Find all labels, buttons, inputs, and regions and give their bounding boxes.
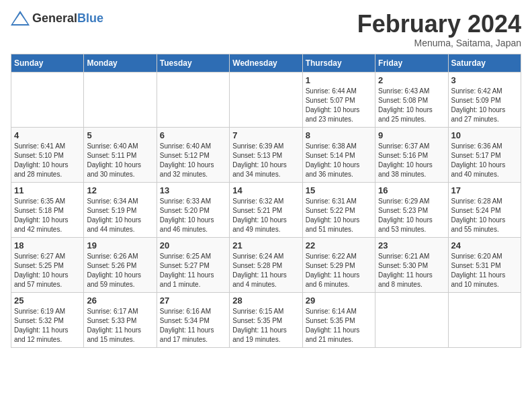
- calendar-cell: 3Sunrise: 6:42 AM Sunset: 5:09 PM Daylig…: [448, 72, 521, 127]
- day-info: Sunrise: 6:36 AM Sunset: 5:17 PM Dayligh…: [451, 142, 518, 179]
- day-info: Sunrise: 6:35 AM Sunset: 5:18 PM Dayligh…: [14, 197, 81, 234]
- day-number: 20: [160, 240, 226, 250]
- day-info: Sunrise: 6:40 AM Sunset: 5:12 PM Dayligh…: [160, 142, 226, 179]
- day-info: Sunrise: 6:40 AM Sunset: 5:11 PM Dayligh…: [87, 142, 153, 179]
- day-info: Sunrise: 6:15 AM Sunset: 5:35 PM Dayligh…: [232, 307, 299, 345]
- day-info: Sunrise: 6:29 AM Sunset: 5:23 PM Dayligh…: [378, 197, 445, 234]
- calendar-cell: 18Sunrise: 6:27 AM Sunset: 5:25 PM Dayli…: [11, 237, 84, 292]
- calendar-cell: 7Sunrise: 6:39 AM Sunset: 5:13 PM Daylig…: [230, 127, 302, 182]
- day-info: Sunrise: 6:42 AM Sunset: 5:09 PM Dayligh…: [451, 87, 518, 124]
- day-number: 18: [14, 240, 81, 250]
- calendar-week-2: 4Sunrise: 6:41 AM Sunset: 5:10 PM Daylig…: [11, 127, 521, 182]
- calendar-cell: 22Sunrise: 6:22 AM Sunset: 5:29 PM Dayli…: [302, 237, 375, 292]
- day-number: 15: [306, 185, 372, 195]
- day-info: Sunrise: 6:31 AM Sunset: 5:22 PM Dayligh…: [306, 197, 372, 234]
- calendar-cell: 12Sunrise: 6:34 AM Sunset: 5:19 PM Dayli…: [84, 182, 157, 237]
- calendar-cell: 17Sunrise: 6:28 AM Sunset: 5:24 PM Dayli…: [448, 182, 521, 237]
- day-info: Sunrise: 6:19 AM Sunset: 5:32 PM Dayligh…: [14, 307, 81, 345]
- day-info: Sunrise: 6:28 AM Sunset: 5:24 PM Dayligh…: [451, 197, 518, 234]
- calendar-cell: [157, 72, 229, 127]
- calendar-cell: 20Sunrise: 6:25 AM Sunset: 5:27 PM Dayli…: [157, 237, 229, 292]
- calendar-cell: 26Sunrise: 6:17 AM Sunset: 5:33 PM Dayli…: [84, 292, 157, 347]
- day-number: 5: [87, 130, 153, 140]
- day-info: Sunrise: 6:17 AM Sunset: 5:33 PM Dayligh…: [87, 307, 153, 345]
- calendar-cell: 28Sunrise: 6:15 AM Sunset: 5:35 PM Dayli…: [230, 292, 302, 347]
- day-info: Sunrise: 6:38 AM Sunset: 5:14 PM Dayligh…: [306, 142, 372, 179]
- calendar-cell: 2Sunrise: 6:43 AM Sunset: 5:08 PM Daylig…: [375, 72, 448, 127]
- header-day-saturday: Saturday: [448, 54, 521, 72]
- day-number: 12: [87, 185, 153, 195]
- calendar-cell: 1Sunrise: 6:44 AM Sunset: 5:07 PM Daylig…: [302, 72, 375, 127]
- calendar-cell: 24Sunrise: 6:20 AM Sunset: 5:31 PM Dayli…: [448, 237, 521, 292]
- day-info: Sunrise: 6:34 AM Sunset: 5:19 PM Dayligh…: [87, 197, 153, 234]
- day-number: 4: [14, 130, 81, 140]
- day-number: 17: [451, 185, 518, 195]
- day-number: 11: [14, 185, 81, 195]
- logo: GeneralBlue: [11, 11, 103, 26]
- day-number: 8: [306, 130, 372, 140]
- header-day-wednesday: Wednesday: [230, 54, 302, 72]
- calendar-week-4: 18Sunrise: 6:27 AM Sunset: 5:25 PM Dayli…: [11, 237, 521, 292]
- calendar-cell: 13Sunrise: 6:33 AM Sunset: 5:20 PM Dayli…: [157, 182, 229, 237]
- day-number: 19: [87, 240, 153, 250]
- calendar-header-row: SundayMondayTuesdayWednesdayThursdayFrid…: [11, 54, 521, 72]
- title-area: February 2024 Menuma, Saitama, Japan: [357, 11, 521, 48]
- day-number: 6: [160, 130, 226, 140]
- day-number: 1: [306, 75, 372, 85]
- day-number: 25: [14, 295, 81, 306]
- header-day-friday: Friday: [375, 54, 448, 72]
- calendar-cell: 10Sunrise: 6:36 AM Sunset: 5:17 PM Dayli…: [448, 127, 521, 182]
- main-title: February 2024: [357, 11, 521, 38]
- calendar-table: SundayMondayTuesdayWednesdayThursdayFrid…: [11, 54, 521, 348]
- logo-text-blue: Blue: [77, 11, 103, 25]
- day-number: 13: [160, 185, 226, 195]
- day-number: 14: [232, 185, 299, 195]
- calendar-cell: [448, 292, 521, 347]
- day-info: Sunrise: 6:20 AM Sunset: 5:31 PM Dayligh…: [451, 252, 518, 289]
- day-number: 28: [232, 295, 299, 306]
- day-info: Sunrise: 6:14 AM Sunset: 5:35 PM Dayligh…: [306, 307, 372, 345]
- header-day-sunday: Sunday: [11, 54, 84, 72]
- day-info: Sunrise: 6:33 AM Sunset: 5:20 PM Dayligh…: [160, 197, 226, 234]
- day-number: 3: [451, 75, 518, 85]
- day-info: Sunrise: 6:41 AM Sunset: 5:10 PM Dayligh…: [14, 142, 81, 179]
- day-number: 26: [87, 295, 153, 306]
- calendar-cell: [84, 72, 157, 127]
- calendar-cell: [11, 72, 84, 127]
- calendar-cell: 19Sunrise: 6:26 AM Sunset: 5:26 PM Dayli…: [84, 237, 157, 292]
- calendar-cell: 11Sunrise: 6:35 AM Sunset: 5:18 PM Dayli…: [11, 182, 84, 237]
- day-info: Sunrise: 6:44 AM Sunset: 5:07 PM Dayligh…: [306, 87, 372, 124]
- calendar-cell: 23Sunrise: 6:21 AM Sunset: 5:30 PM Dayli…: [375, 237, 448, 292]
- day-number: 16: [378, 185, 445, 195]
- day-info: Sunrise: 6:21 AM Sunset: 5:30 PM Dayligh…: [378, 252, 445, 289]
- day-number: 27: [160, 295, 226, 306]
- calendar-cell: 4Sunrise: 6:41 AM Sunset: 5:10 PM Daylig…: [11, 127, 84, 182]
- calendar-cell: 8Sunrise: 6:38 AM Sunset: 5:14 PM Daylig…: [302, 127, 375, 182]
- day-info: Sunrise: 6:39 AM Sunset: 5:13 PM Dayligh…: [232, 142, 299, 179]
- header: GeneralBlue February 2024 Menuma, Saitam…: [11, 11, 521, 48]
- day-info: Sunrise: 6:26 AM Sunset: 5:26 PM Dayligh…: [87, 252, 153, 289]
- calendar-cell: 9Sunrise: 6:37 AM Sunset: 5:16 PM Daylig…: [375, 127, 448, 182]
- calendar-week-3: 11Sunrise: 6:35 AM Sunset: 5:18 PM Dayli…: [11, 182, 521, 237]
- day-number: 2: [378, 75, 445, 85]
- day-number: 10: [451, 130, 518, 140]
- day-info: Sunrise: 6:43 AM Sunset: 5:08 PM Dayligh…: [378, 87, 445, 124]
- calendar-cell: 21Sunrise: 6:24 AM Sunset: 5:28 PM Dayli…: [230, 237, 302, 292]
- day-info: Sunrise: 6:32 AM Sunset: 5:21 PM Dayligh…: [232, 197, 299, 234]
- calendar-cell: 25Sunrise: 6:19 AM Sunset: 5:32 PM Dayli…: [11, 292, 84, 347]
- logo-text-general: General: [32, 11, 77, 25]
- header-day-tuesday: Tuesday: [157, 54, 229, 72]
- calendar-cell: 6Sunrise: 6:40 AM Sunset: 5:12 PM Daylig…: [157, 127, 229, 182]
- calendar-cell: 27Sunrise: 6:16 AM Sunset: 5:34 PM Dayli…: [157, 292, 229, 347]
- day-number: 7: [232, 130, 299, 140]
- calendar-cell: 14Sunrise: 6:32 AM Sunset: 5:21 PM Dayli…: [230, 182, 302, 237]
- calendar-cell: 16Sunrise: 6:29 AM Sunset: 5:23 PM Dayli…: [375, 182, 448, 237]
- day-info: Sunrise: 6:16 AM Sunset: 5:34 PM Dayligh…: [160, 307, 226, 345]
- day-number: 22: [306, 240, 372, 250]
- day-number: 9: [378, 130, 445, 140]
- calendar-cell: [230, 72, 302, 127]
- svg-marker-1: [13, 13, 28, 24]
- day-number: 21: [232, 240, 299, 250]
- calendar-cell: 29Sunrise: 6:14 AM Sunset: 5:35 PM Dayli…: [302, 292, 375, 347]
- calendar-cell: 15Sunrise: 6:31 AM Sunset: 5:22 PM Dayli…: [302, 182, 375, 237]
